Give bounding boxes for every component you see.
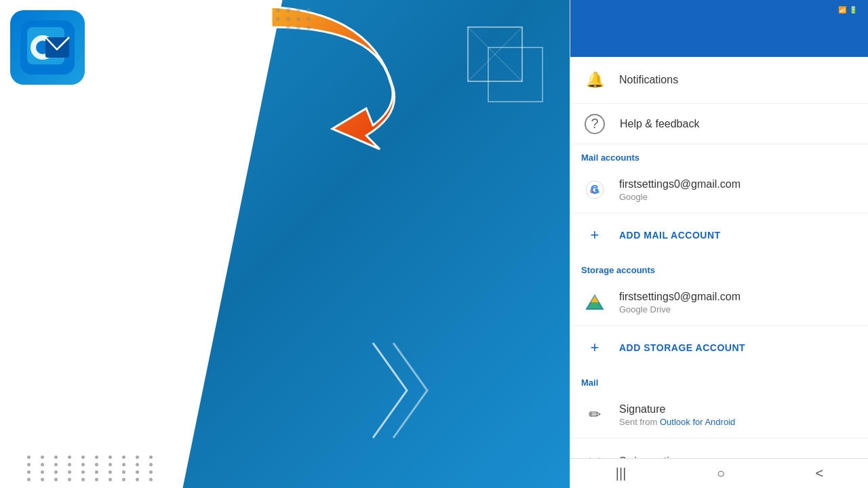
settings-list: 🔔 Notifications ? Help & feedback Mail a…	[570, 57, 868, 458]
signature-item[interactable]: ✏ Signature Sent from Outlook for Androi…	[570, 392, 868, 439]
svg-point-10	[286, 17, 290, 21]
notifications-item[interactable]: 🔔 Notifications	[570, 57, 868, 104]
notifications-content: Notifications	[619, 74, 857, 86]
gmail-account-content: firstsettings0@gmail.com Google	[619, 178, 857, 202]
wifi-icon: 🔋	[849, 6, 857, 14]
help-content: Help & feedback	[620, 118, 857, 130]
storage-accounts-header: Storage accounts	[570, 257, 868, 279]
signal-icon: 📶	[838, 6, 846, 14]
gdrive-provider: Google Drive	[619, 304, 857, 314]
gmail-provider: Google	[619, 192, 857, 202]
add-storage-icon: +	[581, 334, 608, 361]
outlook-android-link[interactable]: Outlook for Android	[660, 417, 735, 427]
add-storage-text: ADD STORAGE ACCOUNT	[619, 342, 745, 353]
help-feedback-item[interactable]: ? Help & feedback	[570, 104, 868, 144]
svg-point-12	[307, 17, 311, 21]
swipe-options-item[interactable]: Swipe options	[570, 439, 868, 458]
signature-icon: ✏	[581, 401, 608, 428]
outlook-logo	[10, 10, 85, 85]
blueprint-shapes	[461, 20, 570, 156]
bottom-nav: ||| ○ <	[570, 458, 868, 488]
mail-accounts-header: Mail accounts	[570, 144, 868, 167]
swipe-icon	[581, 448, 608, 458]
status-bar: 📶 🔋	[570, 0, 868, 19]
gdrive-icon	[581, 289, 608, 316]
mail-section-header: Mail	[570, 369, 868, 392]
svg-point-13	[286, 26, 290, 30]
add-storage-account-item[interactable]: + ADD STORAGE ACCOUNT	[570, 326, 868, 369]
dots-pattern: // Generate dots const dotsContainer = d…	[27, 455, 159, 481]
gmail-email: firstsettings0@gmail.com	[619, 178, 857, 190]
notifications-title: Notifications	[619, 74, 857, 86]
add-mail-icon: +	[581, 222, 608, 249]
menu-nav-button[interactable]: |||	[602, 460, 640, 487]
bottom-chevrons	[339, 309, 475, 447]
svg-point-6	[286, 8, 290, 12]
back-nav-button[interactable]: <	[802, 460, 837, 487]
notifications-icon: 🔔	[581, 66, 608, 94]
gdrive-email: firstsettings0@gmail.com	[619, 291, 857, 303]
svg-point-15	[307, 26, 311, 30]
svg-point-8	[307, 8, 311, 12]
right-panel: 📶 🔋 🔔 Notifications ? Help & feedback Ma…	[570, 0, 868, 488]
svg-point-7	[296, 8, 300, 12]
svg-marker-27	[587, 302, 603, 309]
add-mail-text: ADD MAIL ACCOUNT	[619, 230, 721, 241]
svg-point-11	[296, 17, 300, 21]
home-nav-button[interactable]: ○	[703, 460, 738, 487]
gdrive-account-item[interactable]: firstsettings0@gmail.com Google Drive	[570, 279, 868, 326]
svg-text:G: G	[591, 184, 599, 196]
signature-content: Signature Sent from Outlook for Android	[619, 403, 857, 427]
gmail-account-item[interactable]: G G G G firstsettings0@gmail.com Google	[570, 167, 868, 214]
signature-title: Signature	[619, 403, 857, 415]
add-mail-account-item[interactable]: + ADD MAIL ACCOUNT	[570, 214, 868, 257]
help-icon: ?	[585, 114, 605, 134]
svg-marker-28	[591, 296, 599, 302]
status-icons: 📶 🔋	[838, 6, 860, 14]
left-panel: // Generate dots const dotsContainer = d…	[0, 0, 570, 488]
help-title: Help & feedback	[620, 118, 857, 130]
settings-header	[570, 19, 868, 57]
google-icon: G G G G	[581, 176, 608, 203]
gdrive-account-content: firstsettings0@gmail.com Google Drive	[619, 291, 857, 314]
signature-subtitle: Sent from Outlook for Android	[619, 417, 857, 427]
svg-point-14	[296, 26, 300, 30]
